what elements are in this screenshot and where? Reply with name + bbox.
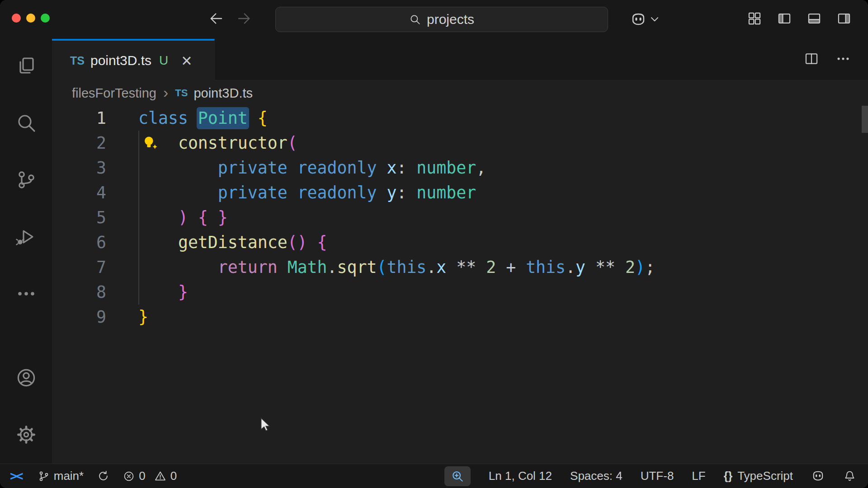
toggle-panel-button[interactable] [807, 11, 822, 28]
minimize-window-button[interactable] [26, 14, 35, 23]
close-tab-button[interactable]: × [181, 52, 192, 70]
code-token: private [218, 183, 288, 202]
sync-button[interactable] [97, 470, 109, 482]
activity-run-debug[interactable] [15, 226, 37, 248]
activity-settings[interactable] [15, 424, 37, 446]
code-token: } [138, 307, 148, 327]
back-button[interactable] [208, 10, 224, 28]
customize-layout-icon [747, 11, 762, 26]
typescript-file-icon: TS [70, 54, 85, 67]
breadcrumb: filesForTesting › TS point3D.ts [52, 80, 868, 106]
zoom-indicator[interactable] [444, 466, 471, 486]
zoom-in-icon [451, 469, 464, 483]
code-token: . [426, 258, 436, 277]
more-actions-button[interactable] [835, 51, 851, 68]
braces-icon: {} [724, 469, 732, 483]
code-editor[interactable]: 1class Point {2 constructor(3 private re… [52, 106, 868, 464]
code-token: { [317, 233, 327, 252]
code-token [138, 233, 178, 252]
remote-indicator[interactable]: >< [10, 469, 24, 483]
git-branch-icon [38, 470, 50, 482]
code-line[interactable]: 5 ) { } [52, 205, 868, 230]
lightbulb-icon[interactable] [141, 134, 159, 152]
code-token: this [387, 258, 426, 277]
activity-more-views[interactable] [15, 283, 37, 305]
code-line[interactable]: 7 return Math.sqrt(this.x ** 2 + this.y … [52, 255, 868, 280]
code-token [307, 233, 317, 252]
fullscreen-window-button[interactable] [41, 14, 50, 23]
code-token: Math [288, 258, 327, 277]
chevron-right-icon: › [163, 84, 168, 101]
code-text: constructor( [138, 131, 297, 155]
forward-button[interactable] [236, 10, 252, 28]
indentation-status[interactable]: Spaces: 4 [570, 469, 623, 483]
chevron-down-icon [651, 17, 659, 22]
back-arrow-icon [208, 10, 224, 27]
code-token: + [496, 258, 526, 277]
code-token: : [396, 158, 416, 178]
problems-status[interactable]: 0 0 [123, 469, 177, 483]
code-token: ; [645, 258, 655, 277]
code-token: getDistance [178, 233, 288, 252]
split-editor-button[interactable] [804, 51, 819, 68]
search-icon [15, 112, 37, 134]
code-line[interactable]: 2 constructor( [52, 131, 868, 155]
code-line[interactable]: 3 private readonly x: number, [52, 155, 868, 180]
code-line[interactable]: 8 } [52, 280, 868, 305]
code-token: sqrt [337, 258, 377, 277]
code-text: private readonly x: number, [138, 155, 486, 180]
code-token: . [327, 258, 337, 277]
line-number: 3 [52, 155, 106, 180]
activity-explorer[interactable] [15, 55, 37, 77]
copilot-menu-button[interactable] [630, 0, 659, 39]
language-mode[interactable]: {} TypeScript [724, 469, 793, 483]
code-token [138, 282, 178, 302]
warning-count: 0 [170, 469, 177, 483]
panel-bottom-icon [807, 11, 822, 26]
code-line[interactable]: 9} [52, 305, 868, 329]
git-branch-icon [15, 169, 37, 191]
code-token: private [218, 158, 288, 178]
code-token: y [387, 183, 396, 202]
line-number: 1 [52, 106, 106, 131]
title-bar: projects [0, 0, 868, 39]
toggle-primary-sidebar-button[interactable] [777, 11, 792, 28]
activity-search[interactable] [15, 112, 37, 134]
encoding-status[interactable]: UTF-8 [641, 469, 674, 483]
line-number: 5 [52, 205, 106, 230]
line-number: 8 [52, 280, 106, 305]
vertical-scrollbar[interactable] [862, 106, 868, 133]
code-token [278, 258, 288, 277]
breadcrumb-folder[interactable]: filesForTesting [72, 86, 156, 101]
close-window-button[interactable] [12, 14, 21, 23]
customize-layout-button[interactable] [747, 11, 762, 28]
command-center-search[interactable]: projects [275, 7, 608, 32]
tab-point3d[interactable]: TS point3D.ts U × [52, 39, 215, 80]
toggle-secondary-sidebar-button[interactable] [836, 11, 852, 28]
code-token: constructor [178, 133, 288, 153]
vscode-window: projects [0, 0, 868, 488]
code-token [377, 158, 387, 178]
activity-bar [0, 39, 52, 464]
search-value: projects [427, 12, 474, 27]
breadcrumb-file[interactable]: point3D.ts [193, 86, 253, 101]
cursor-position[interactable]: Ln 1, Col 12 [489, 469, 552, 483]
code-line[interactable]: 6 getDistance() { [52, 230, 868, 255]
code-text: private readonly y: number [138, 180, 476, 205]
code-line[interactable]: 4 private readonly y: number [52, 180, 868, 205]
code-token [288, 158, 297, 178]
search-icon [409, 14, 421, 25]
eol-status[interactable]: LF [692, 469, 705, 483]
line-number: 4 [52, 180, 106, 205]
copilot-status[interactable] [811, 469, 825, 483]
line-number: 9 [52, 305, 106, 329]
code-token [138, 258, 218, 277]
branch-status[interactable]: main* [38, 469, 84, 483]
notifications-button[interactable] [843, 469, 856, 483]
split-editor-icon [804, 51, 819, 66]
code-line[interactable]: 1class Point { [52, 106, 868, 131]
activity-source-control[interactable] [15, 169, 37, 191]
indent-guide [138, 131, 139, 305]
activity-accounts[interactable] [15, 367, 37, 389]
code-token: . [566, 258, 576, 277]
